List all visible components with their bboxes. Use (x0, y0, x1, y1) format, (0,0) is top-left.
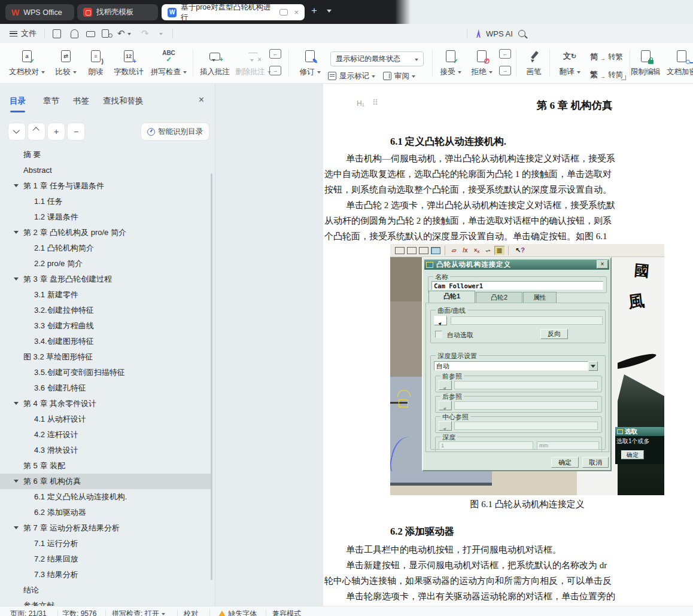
toc-item[interactable]: 7.2 结果回放 (0, 551, 211, 567)
demote-button[interactable]: − (68, 123, 84, 140)
tab-current-document[interactable]: W 基于proe对盘型凸轮机构进行 × (162, 4, 305, 20)
flip-button[interactable]: 反向 (540, 329, 568, 339)
toc-item[interactable]: 参考文献 (0, 598, 211, 606)
sidebar-tab-find-replace[interactable]: 查找和替换 (103, 96, 144, 110)
review-pane-button[interactable]: 审阅 (383, 71, 415, 81)
proofing-status[interactable]: 校对 (184, 609, 198, 616)
select-panel-title-bar[interactable]: 选取 (615, 427, 664, 436)
auto-select-checkbox[interactable] (435, 331, 442, 338)
toc-item[interactable]: 4.3 滑块设计 (0, 443, 211, 458)
hidden-line-icon[interactable] (407, 247, 417, 254)
read-aloud-button[interactable]: ≡) 朗读 (83, 48, 109, 77)
toc-item[interactable]: 第 2 章 凸轮机构及 pro/e 简介 (0, 225, 211, 240)
tab-wps-home[interactable]: W WPS Office (5, 4, 74, 20)
promote-button[interactable]: + (48, 123, 65, 140)
redo-icon[interactable]: ↷ (141, 24, 149, 43)
missing-font-warning[interactable]: 缺失字体 (218, 609, 257, 616)
drag-handle-icon[interactable]: ⠿ (372, 98, 378, 107)
undo-icon[interactable]: ↶ (117, 24, 131, 43)
toc-item[interactable]: 4.2 连杆设计 (0, 427, 211, 443)
next-comment-icon[interactable]: → (269, 66, 281, 75)
toc-item[interactable]: 结论 (0, 583, 211, 598)
wireframe-icon[interactable] (395, 247, 405, 254)
surface-field[interactable] (451, 316, 603, 325)
depth-mode-select[interactable]: 自动 (434, 361, 588, 371)
datum-axis-icon[interactable]: /x (460, 246, 470, 255)
toc-item[interactable]: 2.2 pro/e 简介 (0, 256, 211, 272)
toc-item[interactable]: 3.3 创建方程曲线 (0, 318, 211, 334)
point-display-icon[interactable]: ×ₓ (472, 246, 482, 255)
toc-item[interactable]: 第 5 章 装配 (0, 458, 211, 474)
show-markup-button[interactable]: 显示标记 (328, 71, 375, 81)
no-hidden-icon[interactable] (419, 247, 428, 254)
group-expand-icon[interactable] (621, 75, 626, 80)
export-pdf-icon[interactable] (71, 28, 81, 39)
toc-item[interactable]: 7.1 运行分析 (0, 536, 211, 551)
restrict-edit-button[interactable]: 限制编辑 (627, 48, 664, 77)
toc-item[interactable]: 第 7 章 运动分析及结果分析 (0, 520, 211, 536)
select-ok-button[interactable]: 确定 (621, 450, 644, 459)
toc-item[interactable]: 4.1 从动杆设计 (0, 411, 211, 427)
cancel-button[interactable]: 取消 (582, 457, 609, 468)
close-sidebar-icon[interactable]: × (199, 94, 204, 105)
to-simplified-button[interactable]: 繁 → 转简 (590, 69, 623, 80)
accept-change-button[interactable]: ✓ 接受 (436, 48, 466, 77)
toc-item[interactable]: 摘 要 (0, 147, 211, 163)
toc-item[interactable]: 第 4 章 其余零件设计 (0, 396, 211, 411)
collapse-all-button[interactable] (28, 123, 45, 140)
sidebar-tab-chapters[interactable]: 章节 (43, 96, 59, 110)
spellcheck-status[interactable]: 拼写检查: 打开 (112, 609, 165, 616)
compare-button[interactable]: ⇄ 比较 (50, 48, 81, 77)
toc-item[interactable]: 3.1 新建零件 (0, 287, 211, 303)
toc-item[interactable]: 6.2 添加驱动器 (0, 505, 211, 520)
toc-item[interactable]: 3.4.创建图形特征 (0, 334, 211, 349)
dialog-close-icon[interactable]: × (597, 260, 608, 269)
page-indicator[interactable]: 页面: 21/31 (10, 609, 47, 616)
datum-plane-icon[interactable]: ▱ (449, 246, 459, 255)
delete-comment-button[interactable]: × 删除批注 (235, 48, 272, 77)
next-change-icon[interactable]: → (499, 66, 511, 75)
tab-properties[interactable]: 属性 (523, 292, 557, 303)
annotation-display-icon[interactable]: ▥ (494, 246, 504, 255)
tab-docer-templates[interactable]: 找稻壳模板 (77, 4, 158, 20)
prev-change-icon[interactable]: ← (499, 49, 511, 59)
context-help-icon[interactable]: ↖? (515, 246, 525, 254)
print-preview-icon[interactable] (102, 28, 113, 39)
tab-list-chevron-icon[interactable] (327, 10, 332, 15)
save-icon[interactable] (53, 28, 63, 39)
toc-item[interactable]: 第 6 章 机构仿真 (0, 474, 211, 489)
toc-item[interactable]: 3.2.创建拉伸特征 (0, 303, 211, 318)
sidebar-scrollbar[interactable] (211, 173, 212, 580)
name-input[interactable] (431, 281, 603, 290)
new-tab-button[interactable]: + (311, 5, 317, 17)
menu-item[interactable] (0, 24, 5, 43)
toc-item[interactable]: 3.5.创建可变剖面扫描特征 (0, 365, 211, 380)
spell-check-button[interactable]: ABC✓ 拼写检查 (147, 48, 190, 77)
expand-all-button[interactable] (8, 123, 25, 140)
toc-item[interactable]: 6.1 定义凸轮从动连接机构. (0, 489, 211, 505)
encrypt-doc-button[interactable]: 文档加密 (663, 48, 693, 77)
wps-ai-button[interactable]: WPS AI (474, 24, 513, 43)
toc-item[interactable]: 第 3 章 盘形凸轮创建过程 (0, 272, 211, 287)
word-count-button[interactable]: 12+ 字数统计 (110, 48, 147, 77)
toc-item[interactable]: 图 3.2 草绘图形特征 (0, 349, 211, 365)
insert-comment-button[interactable]: + 插入批注 (196, 48, 233, 77)
surface-pick-button[interactable] (434, 316, 447, 325)
depth-mode-dropdown-icon[interactable] (588, 361, 598, 371)
sidebar-tab-contents[interactable]: 目录 (10, 96, 26, 110)
toc-item[interactable]: 3.6 创建孔特征 (0, 380, 211, 396)
track-changes-button[interactable]: ✎ 修订 (293, 48, 327, 77)
print-icon[interactable] (86, 28, 97, 39)
reject-change-button[interactable]: ∅ 拒绝 (467, 48, 497, 77)
compat-mode-indicator[interactable]: 兼容模式 (272, 609, 301, 616)
tab-cam1[interactable]: 凸轮1 (428, 291, 475, 303)
prev-comment-icon[interactable]: ← (269, 49, 281, 59)
search-icon[interactable] (518, 24, 525, 43)
toc-item[interactable]: 1.1 任务 (0, 194, 211, 209)
translate-button[interactable]: 文↻ 翻译 (553, 48, 586, 77)
toc-item[interactable]: 2.1 凸轮机构简介 (0, 240, 211, 256)
sidebar-tab-bookmarks[interactable]: 书签 (73, 96, 89, 110)
toc-item[interactable]: Abstract (0, 163, 211, 178)
file-menu[interactable]: 文件 (10, 24, 37, 43)
toolbar-collapse-chevron-icon[interactable] (157, 24, 163, 43)
